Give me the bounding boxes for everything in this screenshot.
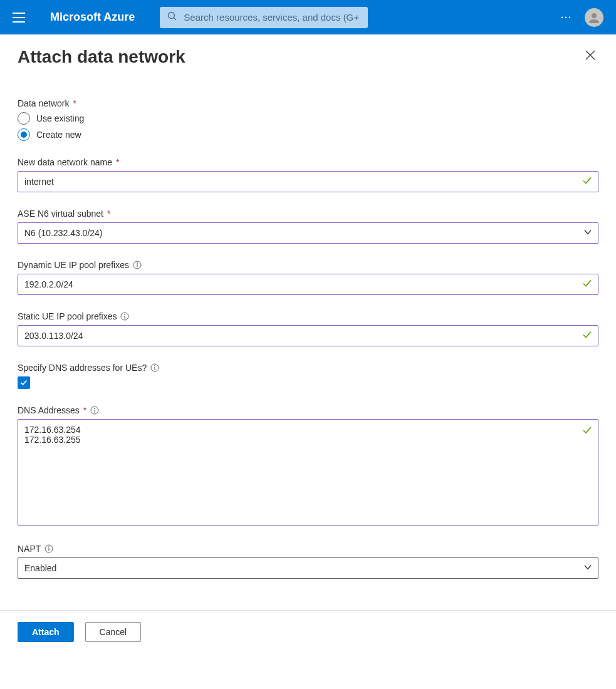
radio-label-new: Create new bbox=[36, 130, 81, 140]
data-network-label: Data network bbox=[18, 98, 69, 108]
svg-point-15 bbox=[94, 408, 95, 409]
napt-select[interactable] bbox=[18, 557, 598, 579]
required-marker: * bbox=[116, 157, 119, 167]
checkmark-icon bbox=[19, 378, 28, 387]
radio-create-new[interactable]: Create new bbox=[18, 128, 598, 141]
page-title: Attach data network bbox=[18, 47, 185, 67]
dynamic-pool-input[interactable] bbox=[18, 274, 598, 295]
valid-check-icon bbox=[582, 330, 592, 342]
svg-point-18 bbox=[48, 546, 50, 547]
radio-label-existing: Use existing bbox=[36, 113, 84, 123]
user-avatar[interactable] bbox=[585, 8, 603, 27]
page-content: Attach data network Data network * Use e… bbox=[0, 34, 616, 579]
required-marker: * bbox=[107, 209, 110, 219]
info-icon[interactable] bbox=[150, 363, 159, 372]
specify-dns-checkbox[interactable] bbox=[18, 376, 30, 389]
svg-point-0 bbox=[169, 13, 175, 19]
specify-dns-label: Specify DNS addresses for UEs? bbox=[18, 363, 147, 373]
static-pool-label: Static UE IP pool prefixes bbox=[18, 311, 117, 321]
data-network-group: Data network * Use existing Create new bbox=[18, 98, 598, 141]
attach-button[interactable]: Attach bbox=[18, 622, 74, 642]
dns-addresses-input[interactable]: 172.16.63.254 172.16.63.255 bbox=[18, 419, 598, 526]
valid-check-icon bbox=[582, 425, 592, 437]
svg-point-12 bbox=[154, 365, 155, 366]
radio-use-existing[interactable]: Use existing bbox=[18, 112, 598, 125]
dynamic-pool-label: Dynamic UE IP pool prefixes bbox=[18, 260, 129, 270]
svg-point-9 bbox=[125, 314, 126, 315]
required-marker: * bbox=[73, 98, 76, 108]
menu-icon[interactable] bbox=[13, 13, 25, 23]
valid-check-icon bbox=[582, 176, 592, 188]
radio-icon bbox=[18, 128, 30, 141]
close-button[interactable] bbox=[582, 47, 598, 65]
info-icon[interactable] bbox=[90, 406, 99, 415]
brand-label: Microsoft Azure bbox=[50, 11, 135, 24]
info-icon[interactable] bbox=[120, 312, 129, 321]
search-input[interactable] bbox=[182, 11, 360, 23]
ase-n6-select[interactable] bbox=[18, 222, 598, 244]
info-icon[interactable] bbox=[133, 261, 142, 269]
static-pool-input[interactable] bbox=[18, 325, 598, 346]
required-marker: * bbox=[83, 405, 86, 415]
search-icon bbox=[167, 11, 177, 23]
svg-point-6 bbox=[137, 262, 138, 264]
ase-n6-label: ASE N6 virtual subnet bbox=[18, 209, 103, 219]
new-name-label: New data network name bbox=[18, 157, 112, 167]
close-icon bbox=[585, 49, 596, 61]
new-name-input[interactable] bbox=[18, 171, 598, 192]
global-search[interactable] bbox=[160, 7, 368, 28]
top-header: Microsoft Azure ··· bbox=[0, 0, 616, 34]
footer-actions: Attach Cancel bbox=[0, 611, 616, 653]
napt-label: NAPT bbox=[18, 544, 41, 554]
more-icon[interactable]: ··· bbox=[561, 13, 572, 23]
valid-check-icon bbox=[582, 279, 592, 291]
svg-point-2 bbox=[592, 13, 597, 18]
cancel-button[interactable]: Cancel bbox=[85, 622, 142, 642]
radio-icon bbox=[18, 112, 30, 125]
info-icon[interactable] bbox=[44, 544, 53, 553]
svg-line-1 bbox=[174, 18, 177, 21]
dns-addresses-label: DNS Addresses bbox=[18, 405, 80, 415]
